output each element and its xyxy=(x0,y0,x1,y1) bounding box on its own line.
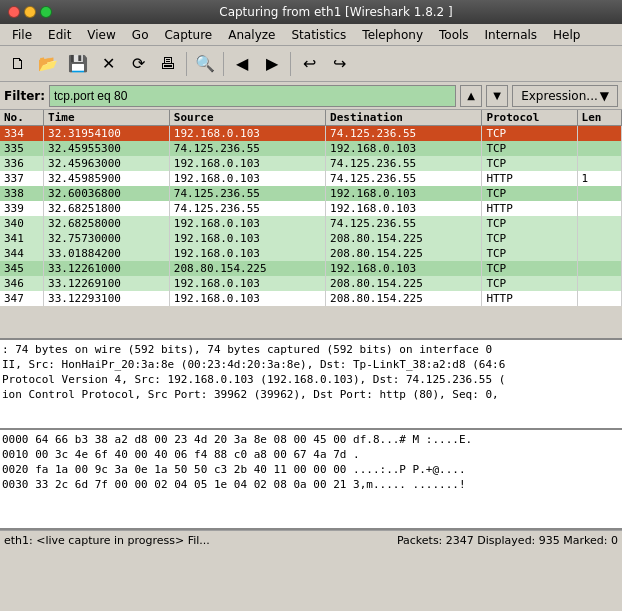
cell-protocol: TCP xyxy=(482,141,577,156)
expression-button[interactable]: Expression... ▼ xyxy=(512,85,618,107)
cell-source: 192.168.0.103 xyxy=(169,156,325,171)
cell-destination: 192.168.0.103 xyxy=(326,201,482,216)
column-header-no: No. xyxy=(0,110,44,126)
toolbar-button-1[interactable]: 📂 xyxy=(34,50,62,78)
filterbar: Filter: ▲ ▼ Expression... ▼ xyxy=(0,82,622,110)
table-row[interactable]: 34733.12293100192.168.0.103208.80.154.22… xyxy=(0,291,622,306)
cell-source: 192.168.0.103 xyxy=(169,276,325,291)
cell-no: 339 xyxy=(0,201,44,216)
cell-destination: 208.80.154.225 xyxy=(326,246,482,261)
menu-capture[interactable]: Capture xyxy=(156,26,220,44)
cell-destination: 208.80.154.225 xyxy=(326,291,482,306)
cell-time: 32.60036800 xyxy=(44,186,170,201)
table-row[interactable]: 34132.75730000192.168.0.103208.80.154.22… xyxy=(0,231,622,246)
cell-source: 192.168.0.103 xyxy=(169,246,325,261)
maximize-button[interactable] xyxy=(40,6,52,18)
cell-destination: 74.125.236.55 xyxy=(326,126,482,142)
cell-time: 32.68251800 xyxy=(44,201,170,216)
filter-input[interactable] xyxy=(49,85,456,107)
cell-no: 347 xyxy=(0,291,44,306)
menu-telephony[interactable]: Telephony xyxy=(354,26,431,44)
cell-no: 338 xyxy=(0,186,44,201)
table-row[interactable]: 33932.6825180074.125.236.55192.168.0.103… xyxy=(0,201,622,216)
cell-len xyxy=(577,186,621,201)
menu-go[interactable]: Go xyxy=(124,26,157,44)
cell-time: 33.12269100 xyxy=(44,276,170,291)
cell-no: 336 xyxy=(0,156,44,171)
cell-len xyxy=(577,246,621,261)
cell-source: 192.168.0.103 xyxy=(169,291,325,306)
cell-no: 334 xyxy=(0,126,44,142)
cell-len xyxy=(577,126,621,142)
cell-destination: 208.80.154.225 xyxy=(326,231,482,246)
toolbar-button-5[interactable]: 🖶 xyxy=(154,50,182,78)
table-row[interactable]: 33632.45963000192.168.0.10374.125.236.55… xyxy=(0,156,622,171)
detail-line: II, Src: HonHaiPr_20:3a:8e (00:23:4d:20:… xyxy=(2,357,620,372)
table-row[interactable]: 33832.6003680074.125.236.55192.168.0.103… xyxy=(0,186,622,201)
menu-edit[interactable]: Edit xyxy=(40,26,79,44)
statusbar: eth1: <live capture in progress> Fil... … xyxy=(0,530,622,550)
cell-time: 33.01884200 xyxy=(44,246,170,261)
cell-source: 192.168.0.103 xyxy=(169,171,325,186)
table-row[interactable]: 34433.01884200192.168.0.103208.80.154.22… xyxy=(0,246,622,261)
column-header-len: Len xyxy=(577,110,621,126)
toolbar-button-13[interactable]: ↪ xyxy=(325,50,353,78)
hex-line: 0010 00 3c 4e 6f 40 00 40 06 f4 88 c0 a8… xyxy=(2,447,620,462)
cell-time: 32.68258000 xyxy=(44,216,170,231)
column-header-time: Time xyxy=(44,110,170,126)
close-button[interactable] xyxy=(8,6,20,18)
table-row[interactable]: 34032.68258000192.168.0.10374.125.236.55… xyxy=(0,216,622,231)
cell-time: 32.45963000 xyxy=(44,156,170,171)
filter-arrow-down[interactable]: ▼ xyxy=(486,85,508,107)
toolbar-button-10[interactable]: ▶ xyxy=(258,50,286,78)
minimize-button[interactable] xyxy=(24,6,36,18)
toolbar-button-4[interactable]: ⟳ xyxy=(124,50,152,78)
table-row[interactable]: 33732.45985900192.168.0.10374.125.236.55… xyxy=(0,171,622,186)
table-row[interactable]: 33532.4595530074.125.236.55192.168.0.103… xyxy=(0,141,622,156)
menu-analyze[interactable]: Analyze xyxy=(220,26,283,44)
toolbar-button-0[interactable]: 🗋 xyxy=(4,50,32,78)
menu-help[interactable]: Help xyxy=(545,26,588,44)
menu-file[interactable]: File xyxy=(4,26,40,44)
packet-list-container[interactable]: No.TimeSourceDestinationProtocolLen 3343… xyxy=(0,110,622,340)
cell-no: 346 xyxy=(0,276,44,291)
cell-time: 32.45955300 xyxy=(44,141,170,156)
column-header-destination: Destination xyxy=(326,110,482,126)
menu-tools[interactable]: Tools xyxy=(431,26,477,44)
hex-dump[interactable]: 0000 64 66 b3 38 a2 d8 00 23 4d 20 3a 8e… xyxy=(0,430,622,530)
toolbar-button-9[interactable]: ◀ xyxy=(228,50,256,78)
cell-source: 74.125.236.55 xyxy=(169,201,325,216)
toolbar-button-2[interactable]: 💾 xyxy=(64,50,92,78)
cell-no: 335 xyxy=(0,141,44,156)
cell-destination: 74.125.236.55 xyxy=(326,171,482,186)
table-row[interactable]: 34633.12269100192.168.0.103208.80.154.22… xyxy=(0,276,622,291)
cell-time: 32.75730000 xyxy=(44,231,170,246)
cell-destination: 192.168.0.103 xyxy=(326,186,482,201)
cell-protocol: TCP xyxy=(482,261,577,276)
filter-arrow-up[interactable]: ▲ xyxy=(460,85,482,107)
menu-internals[interactable]: Internals xyxy=(477,26,546,44)
cell-len xyxy=(577,201,621,216)
hex-line: 0020 fa 1a 00 9c 3a 0e 1a 50 50 c3 2b 40… xyxy=(2,462,620,477)
cell-len xyxy=(577,156,621,171)
packet-detail[interactable]: : 74 bytes on wire (592 bits), 74 bytes … xyxy=(0,340,622,430)
expression-label: Expression... xyxy=(521,89,598,103)
titlebar: Capturing from eth1 [Wireshark 1.8.2 ] xyxy=(0,0,622,24)
cell-protocol: HTTP xyxy=(482,171,577,186)
toolbar-button-12[interactable]: ↩ xyxy=(295,50,323,78)
menu-view[interactable]: View xyxy=(79,26,123,44)
table-row[interactable]: 34533.12261000208.80.154.225192.168.0.10… xyxy=(0,261,622,276)
cell-protocol: TCP xyxy=(482,276,577,291)
cell-source: 192.168.0.103 xyxy=(169,231,325,246)
toolbar-separator xyxy=(290,52,291,76)
window-controls[interactable] xyxy=(8,6,52,18)
menu-statistics[interactable]: Statistics xyxy=(283,26,354,44)
cell-source: 192.168.0.103 xyxy=(169,126,325,142)
toolbar-button-7[interactable]: 🔍 xyxy=(191,50,219,78)
toolbar-separator xyxy=(186,52,187,76)
table-row[interactable]: 33432.31954100192.168.0.10374.125.236.55… xyxy=(0,126,622,142)
cell-source: 208.80.154.225 xyxy=(169,261,325,276)
cell-destination: 192.168.0.103 xyxy=(326,141,482,156)
cell-len: 1 xyxy=(577,171,621,186)
toolbar-button-3[interactable]: ✕ xyxy=(94,50,122,78)
